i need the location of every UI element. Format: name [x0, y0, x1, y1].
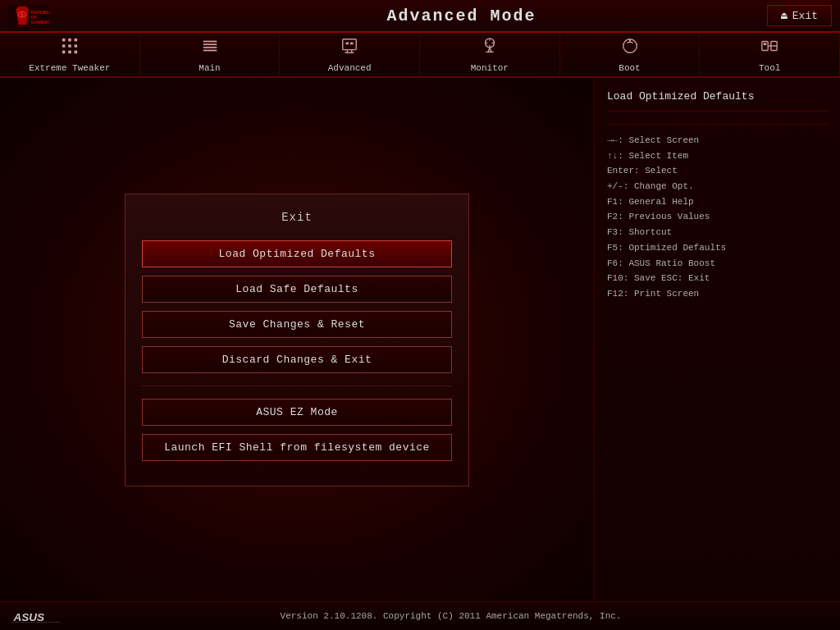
key-hint-change-opt: +/-: Change Opt. — [607, 179, 828, 194]
rog-logo-icon: REPUBLIC OF GAMERS — [8, 2, 49, 29]
logo-area: REPUBLIC OF GAMERS — [8, 2, 156, 29]
tab-tool[interactable]: Tool — [700, 33, 840, 76]
main-label: Main — [199, 63, 220, 73]
tool-icon — [760, 37, 778, 60]
svg-rect-16 — [74, 50, 77, 53]
exit-dialog: Exit Load Optimized Defaults Load Safe D… — [125, 194, 469, 486]
dialog-title: Exit — [142, 211, 452, 224]
right-panel: Load Optimized Defaults →←: Select Scree… — [594, 78, 840, 601]
advanced-icon — [340, 37, 358, 60]
key-hint-f6: F6: ASUS Ratio Boost — [607, 256, 828, 272]
footer-copyright: Version 2.10.1208. Copyright (C) 2011 Am… — [74, 611, 828, 621]
svg-point-4 — [21, 13, 23, 16]
save-reset-button[interactable]: Save Changes & Reset — [142, 311, 452, 338]
key-hint-f12: F12: Print Screen — [607, 286, 828, 302]
exit-icon: ⏏ — [781, 9, 788, 22]
svg-rect-37 — [762, 41, 768, 50]
tab-boot[interactable]: Boot — [560, 33, 701, 76]
key-hint-f3: F3: Shortcut — [607, 225, 828, 240]
svg-rect-23 — [350, 42, 354, 44]
key-hint-f10: F10: Save ESC: Exit — [607, 271, 828, 286]
footer: ASUS Version 2.10.1208. Copyright (C) 20… — [0, 601, 840, 630]
key-hint-f5: F5: Optimized Defaults — [607, 240, 828, 256]
svg-rect-13 — [74, 44, 77, 48]
left-panel: Exit Load Optimized Defaults Load Safe D… — [0, 78, 594, 601]
asus-logo-icon: ASUS — [12, 606, 62, 627]
key-hint-enter: Enter: Select — [607, 163, 828, 179]
tab-main[interactable]: Main — [140, 33, 281, 76]
nav-tabs: Extreme Tweaker Main Advanced Monitor Bo… — [0, 33, 840, 78]
svg-text:ASUS: ASUS — [13, 611, 45, 623]
svg-rect-22 — [346, 42, 349, 44]
key-hint-f1: F1: General Help — [607, 194, 828, 210]
dialog-separator — [142, 386, 452, 386]
svg-rect-38 — [764, 43, 767, 45]
svg-rect-21 — [343, 39, 357, 49]
svg-rect-14 — [62, 50, 66, 53]
header-exit-label: Exit — [792, 10, 818, 22]
monitor-label: Monitor — [471, 63, 509, 73]
boot-label: Boot — [619, 63, 640, 73]
svg-line-33 — [490, 47, 491, 52]
key-hint-select-item: ↑↓: Select Item — [607, 148, 828, 164]
launch-efi-button[interactable]: Launch EFI Shell from filesystem device — [142, 434, 452, 461]
key-hint-f2: F2: Previous Values — [607, 209, 828, 225]
key-hints: →←: Select Screen ↑↓: Select Item Enter:… — [607, 133, 828, 302]
header-title: Advanced Mode — [156, 7, 767, 25]
svg-rect-12 — [68, 44, 71, 48]
key-hint-select-screen: →←: Select Screen — [607, 133, 828, 148]
help-title: Load Optimized Defaults — [607, 90, 828, 112]
svg-rect-8 — [62, 38, 66, 41]
svg-rect-10 — [74, 38, 77, 41]
svg-text:GAMERS: GAMERS — [31, 20, 50, 25]
main-content: Exit Load Optimized Defaults Load Safe D… — [0, 78, 840, 601]
tab-extreme-tweaker[interactable]: Extreme Tweaker — [0, 33, 140, 76]
svg-rect-15 — [68, 50, 71, 53]
load-optimized-button[interactable]: Load Optimized Defaults — [142, 240, 452, 267]
svg-text:OF: OF — [31, 15, 38, 20]
right-panel-divider — [607, 124, 828, 125]
svg-rect-11 — [62, 44, 66, 48]
tab-monitor[interactable]: Monitor — [420, 33, 560, 76]
extreme-tweaker-label: Extreme Tweaker — [29, 63, 110, 73]
main-icon — [201, 37, 219, 60]
tool-label: Tool — [759, 63, 780, 73]
discard-exit-button[interactable]: Discard Changes & Exit — [142, 346, 452, 373]
asus-ez-button[interactable]: ASUS EZ Mode — [142, 399, 452, 426]
advanced-label: Advanced — [328, 63, 372, 73]
svg-text:REPUBLIC: REPUBLIC — [31, 10, 50, 15]
load-safe-button[interactable]: Load Safe Defaults — [142, 276, 452, 303]
boot-icon — [621, 37, 639, 60]
extreme-tweaker-icon — [61, 37, 79, 60]
svg-rect-9 — [68, 38, 71, 41]
monitor-icon — [481, 37, 499, 60]
tab-advanced[interactable]: Advanced — [280, 33, 420, 76]
header: REPUBLIC OF GAMERS Advanced Mode ⏏ Exit — [0, 0, 840, 33]
header-exit-button[interactable]: ⏏ Exit — [767, 5, 832, 26]
